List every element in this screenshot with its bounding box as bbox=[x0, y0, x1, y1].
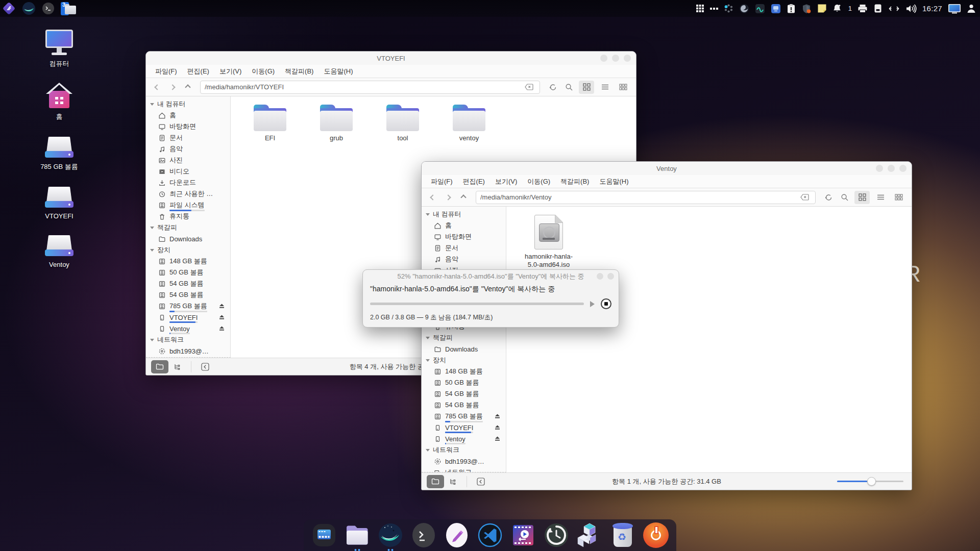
note-icon[interactable] bbox=[817, 4, 827, 13]
menu-item[interactable]: 파일(F) bbox=[426, 177, 458, 186]
clear-path-icon[interactable] bbox=[798, 191, 811, 204]
view-list-button[interactable] bbox=[873, 191, 888, 204]
sidebar-item[interactable]: 홈 bbox=[146, 110, 230, 121]
whale-browser-icon[interactable] bbox=[22, 2, 36, 15]
menu-item[interactable]: 파일(F) bbox=[150, 67, 182, 76]
menu-item[interactable]: 이동(G) bbox=[247, 67, 280, 76]
reload-button[interactable] bbox=[822, 191, 835, 204]
shield-icon[interactable] bbox=[801, 4, 812, 14]
menu-item[interactable]: 책갈피(B) bbox=[555, 177, 594, 186]
sidebar-item[interactable]: 비디오 bbox=[146, 166, 230, 177]
sidebar-item[interactable]: 785 GB 볼륨 bbox=[422, 411, 506, 422]
places-toggle-button[interactable] bbox=[151, 360, 168, 373]
menu-item[interactable]: 보기(V) bbox=[214, 67, 247, 76]
path-field[interactable]: /media/hamonikr/VTOYEFI bbox=[200, 81, 540, 94]
clipboard-alert-icon[interactable] bbox=[787, 4, 796, 14]
sidebar-item[interactable]: Downloads bbox=[146, 233, 230, 244]
desktop-icon-컴퓨터[interactable]: 컴퓨터 bbox=[35, 30, 84, 68]
close-button[interactable] bbox=[624, 55, 631, 62]
titlebar[interactable]: VTOYEFI bbox=[146, 52, 636, 65]
bell-icon[interactable] bbox=[832, 4, 842, 13]
folder-EFI[interactable]: EFI bbox=[242, 105, 298, 142]
sidebar-item[interactable]: 148 GB 볼륨 bbox=[422, 366, 506, 377]
sidebar-item[interactable]: 최근 사용한 … bbox=[146, 188, 230, 199]
dock-whale-browser[interactable] bbox=[377, 522, 404, 548]
sidebar-item[interactable]: 파일 시스템 bbox=[146, 199, 230, 211]
sidebar-section-header[interactable]: 네트워크 bbox=[422, 444, 506, 456]
user-icon[interactable] bbox=[967, 4, 976, 13]
forward-button[interactable] bbox=[442, 191, 454, 204]
sidebar-item[interactable]: 50 GB 볼륨 bbox=[146, 267, 230, 278]
overflow-dots-icon[interactable] bbox=[710, 7, 718, 10]
maximize-button[interactable] bbox=[612, 55, 619, 62]
zoom-slider[interactable] bbox=[837, 481, 903, 482]
treeview-toggle-button[interactable] bbox=[168, 360, 186, 373]
sidebar-section-header[interactable]: 장치 bbox=[146, 244, 230, 256]
swirl-icon[interactable] bbox=[739, 4, 749, 14]
sidebar-section-header[interactable]: 내 컴퓨터 bbox=[422, 209, 506, 220]
dock-software-boxes[interactable] bbox=[576, 522, 603, 548]
app-grid-icon[interactable] bbox=[696, 4, 704, 13]
search-button[interactable] bbox=[838, 191, 851, 204]
dialog-close-button[interactable] bbox=[607, 273, 614, 280]
collapse-sidebar-button[interactable] bbox=[197, 360, 214, 373]
sidebar-item[interactable]: Ventoy bbox=[146, 323, 230, 334]
dock-timeshift[interactable] bbox=[543, 522, 570, 548]
sidebar-item[interactable]: 홈 bbox=[422, 220, 506, 231]
back-button[interactable] bbox=[151, 81, 163, 93]
menu-item[interactable]: 책갈피(B) bbox=[280, 67, 318, 76]
zoom-slider-knob[interactable] bbox=[867, 477, 876, 486]
sidebar-item[interactable]: 음악 bbox=[422, 254, 506, 265]
menu-item[interactable]: 이동(G) bbox=[522, 177, 555, 186]
sidebar-item[interactable]: bdh1993@… bbox=[146, 345, 230, 357]
sidebar-item[interactable]: 문서 bbox=[422, 242, 506, 254]
back-button[interactable] bbox=[427, 191, 439, 204]
volume-icon[interactable] bbox=[905, 4, 917, 13]
up-button[interactable] bbox=[182, 81, 194, 93]
dock-file-manager[interactable] bbox=[344, 522, 371, 548]
minimize-button[interactable] bbox=[876, 165, 883, 172]
sidebar-item[interactable]: 54 GB 볼륨 bbox=[422, 388, 506, 399]
removable-drive-icon[interactable] bbox=[873, 4, 883, 13]
sidebar-item[interactable]: 문서 bbox=[146, 132, 230, 143]
folder-grub[interactable]: grub bbox=[308, 105, 364, 142]
sidebar-item[interactable]: 54 GB 볼륨 bbox=[146, 278, 230, 289]
ime-icon[interactable] bbox=[755, 4, 765, 14]
menu-item[interactable]: 도움말(H) bbox=[594, 177, 633, 186]
sidebar-item[interactable]: 네트워크 bbox=[422, 467, 506, 472]
printer-icon[interactable] bbox=[857, 4, 868, 13]
dock-video-player[interactable] bbox=[510, 522, 536, 548]
desktop-icon-홈[interactable]: 홈 bbox=[35, 84, 84, 121]
forward-button[interactable] bbox=[166, 81, 179, 93]
sidebar-section-header[interactable]: 책갈피 bbox=[146, 222, 230, 233]
reload-button[interactable] bbox=[546, 81, 559, 94]
dialog-titlebar[interactable]: 52% "hamonikr-hanla-5.0-amd64.iso"를 "Ven… bbox=[363, 270, 619, 283]
display-icon[interactable] bbox=[948, 4, 961, 14]
clear-path-icon[interactable] bbox=[522, 81, 535, 94]
file-manager-window-icon[interactable]: 3 bbox=[61, 2, 77, 16]
sidebar-item[interactable]: Ventoy bbox=[422, 433, 506, 444]
menu-item[interactable]: 편집(E) bbox=[458, 177, 490, 186]
view-compact-button[interactable] bbox=[616, 81, 631, 94]
eject-button[interactable] bbox=[218, 314, 225, 321]
dock-power[interactable] bbox=[643, 522, 669, 548]
desktop-icon-VTOYEFI[interactable]: VTOYEFI bbox=[35, 187, 84, 220]
sidebar-item[interactable]: bdh1993@… bbox=[422, 456, 506, 467]
eject-button[interactable] bbox=[494, 435, 501, 443]
sidebar-item[interactable]: 54 GB 볼륨 bbox=[146, 289, 230, 300]
treeview-toggle-button[interactable] bbox=[444, 475, 461, 488]
pause-icon[interactable] bbox=[590, 301, 595, 307]
folder-ventoy[interactable]: ventoy bbox=[441, 105, 497, 142]
close-button[interactable] bbox=[899, 165, 906, 172]
sidebar-section-header[interactable]: 장치 bbox=[422, 355, 506, 366]
menu-item[interactable]: 보기(V) bbox=[490, 177, 522, 186]
search-button[interactable] bbox=[562, 81, 576, 94]
view-list-button[interactable] bbox=[597, 81, 612, 94]
sidebar-item[interactable]: 54 GB 볼륨 bbox=[422, 399, 506, 411]
sidebar-item[interactable]: 음악 bbox=[146, 143, 230, 155]
sidebar-item[interactable]: VTOYEFI bbox=[422, 422, 506, 433]
sidebar-item[interactable]: 휴지통 bbox=[146, 211, 230, 222]
sidebar-item[interactable]: VTOYEFI bbox=[146, 312, 230, 323]
view-grid-button[interactable] bbox=[579, 81, 594, 94]
folder-tool[interactable]: tool bbox=[375, 105, 431, 142]
